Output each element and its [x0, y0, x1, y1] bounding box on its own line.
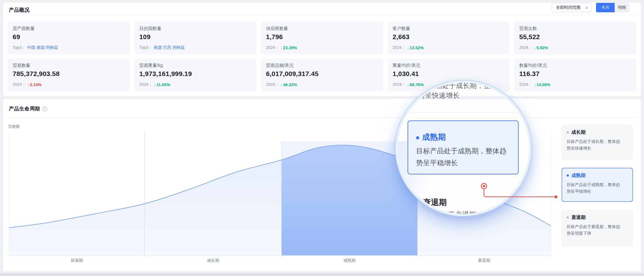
stage-card-maturity[interactable]: 成熟期 目标产品处于成熟期，整体趋势呈平稳增长	[562, 168, 633, 202]
stat-card-customers: 客户数量 2,663 2024： ↓13.52%	[388, 22, 510, 54]
trend-down-icon: ↓	[280, 82, 283, 87]
chevron-down-icon: ∨	[585, 6, 588, 10]
stat-value: 55,522	[519, 33, 631, 41]
top3-link[interactable]: 美国	[153, 45, 162, 50]
trend-down-icon: ↓	[407, 82, 409, 87]
detail-view-button[interactable]: 明细	[615, 3, 629, 12]
stat-label: 重量均价/美元	[393, 63, 505, 68]
stat-card-grid: 原产国数量 69 Top3： 中国 美国 阿根廷 目的国数量 109 Top3：…	[8, 22, 636, 91]
stat-card-dest-countries: 目的国数量 109 Top3： 美国 巴西 阿根廷	[134, 22, 256, 54]
stat-card-trade-amount: 贸易总额/美元 6,017,009,317.45 2024： ↓46.22%	[261, 59, 383, 91]
stat-meta: Top3： 美国 巴西 阿根廷	[139, 45, 185, 50]
magnified-panel-gap	[398, 96, 529, 99]
trend-down-icon: ↓	[534, 82, 536, 87]
stage-name: 成长期	[571, 129, 586, 135]
x-axis-label: 成熟期	[343, 258, 356, 263]
stat-value: 1,796	[266, 33, 378, 41]
trend-value: ↓68.76%	[407, 82, 424, 87]
trend-up-icon: ↑	[27, 82, 29, 87]
stat-meta: 2024： ↓11.05%	[139, 82, 170, 87]
stat-card-suppliers: 供应商数量 1,796 2024： ↓23.29%	[261, 22, 383, 54]
stage-description: 目标产品处于成长期，整体趋势呈快速增长	[567, 138, 623, 151]
stage-card-growth[interactable]: 成长期 目标产品处于成长期，整体趋势呈快速增长	[562, 125, 633, 160]
top3-link[interactable]: 巴西	[163, 45, 171, 50]
stat-value: 116.37	[519, 70, 631, 78]
stat-value: 2,663	[393, 33, 505, 41]
stage-dot-icon	[567, 174, 569, 177]
stat-label: 原产国数量	[13, 26, 125, 32]
stat-value: 1,030.41	[393, 70, 505, 78]
stat-value: 785,372,903.58	[13, 70, 125, 78]
stat-meta: 2024： ↓13.52%	[393, 45, 424, 50]
trend-percent: 13.52%	[410, 45, 424, 50]
trend-down-icon: ↓	[534, 45, 536, 50]
top3-link[interactable]: 中国	[27, 45, 35, 50]
trend-percent: 68.76%	[410, 82, 424, 87]
top3-link[interactable]: 阿根廷	[172, 45, 185, 50]
meta-label: 2024：	[519, 82, 533, 87]
trend-down-icon: ↓	[154, 82, 156, 87]
meta-label: 2024：	[266, 45, 279, 50]
stat-value: 6,017,009,317.45	[266, 70, 378, 78]
stage-name: 成熟期	[571, 173, 586, 179]
product-lifecycle-panel: 产品生命周期! 贸易额 探索期 成长期 成熟期 衰退期	[3, 99, 641, 271]
stat-meta: 2024： ↓23.29%	[266, 45, 297, 50]
magnified-divider	[398, 112, 529, 113]
stage-dot-icon	[416, 136, 419, 139]
stat-card-quantity-avg-price: 数量均价/美元 116.37 2024： ↓14.08%	[514, 59, 636, 91]
trend-value: ↓46.22%	[280, 82, 297, 87]
stage-description: 目标产品处于成熟期，整体趋势呈平稳增长	[567, 181, 623, 195]
x-axis-label: 成长期	[207, 258, 219, 263]
stat-value: 1,973,161,999.19	[139, 70, 251, 78]
trend-percent: 23.29%	[283, 45, 297, 50]
meta-label: 2024：	[266, 82, 279, 87]
stage-head: 成熟期	[567, 173, 628, 179]
trend-value: ↓13.52%	[407, 45, 424, 50]
stage-description: 目标产品处于衰退期，整体趋势呈明显下降	[567, 223, 623, 237]
top3-link[interactable]: 美国	[36, 45, 45, 50]
trend-value: ↓23.29%	[280, 45, 297, 50]
meta-label: 2024：	[519, 45, 533, 50]
stat-meta: 2024： ↓68.76%	[393, 82, 424, 87]
stat-card-trade-weight: 贸易重量/kg 1,973,161,999.19 2024： ↓11.05%	[134, 59, 256, 91]
stat-label: 贸易次数	[519, 26, 631, 32]
trend-down-icon: ↓	[280, 45, 283, 50]
page-title: 产品概况	[9, 7, 30, 14]
lifecycle-chart	[3, 99, 641, 271]
top3-link[interactable]: 阿根廷	[46, 45, 58, 50]
stat-card-trade-quantity: 贸易数量 785,372,903.58 2024： ↑2.14%	[8, 59, 130, 91]
stage-dot-icon	[567, 131, 569, 133]
magnified-stage-desc: 势呈平稳增长	[416, 158, 458, 168]
stat-value: 69	[13, 33, 125, 41]
stage-name: 衰退期	[571, 214, 586, 220]
stat-card-trade-count: 贸易次数 55,522 2024： ↓5.92%	[514, 22, 636, 54]
meta-label: 2024：	[13, 82, 26, 87]
card-view-button[interactable]: 卡片	[596, 3, 615, 12]
stat-label: 贸易数量	[13, 63, 125, 68]
stat-label: 供应商数量	[266, 26, 378, 32]
stat-meta: 2024： ↓46.22%	[266, 82, 297, 87]
stat-label: 贸易总额/美元	[266, 63, 378, 68]
stat-label: 贸易重量/kg	[139, 63, 251, 68]
bottom-strip	[0, 273, 644, 276]
stage-dot-icon	[567, 216, 569, 219]
meta-label: 2024：	[393, 45, 406, 50]
header-divider	[8, 15, 636, 15]
stat-value: 109	[139, 33, 251, 41]
stage-head: 成长期	[567, 129, 628, 135]
stage-card-decline[interactable]: 衰退期 目标产品处于衰退期，整体趋势呈明显下降	[562, 210, 633, 247]
trend-down-icon: ↓	[407, 45, 409, 50]
magnified-stage-name: 成熟期	[422, 132, 446, 142]
meta-label: 2024：	[393, 82, 406, 87]
product-overview-panel: 产品概况 全部时间范围 ∨ 卡片 明细 原产国数量 69 Top3： 中国 美国…	[3, 3, 641, 96]
meta-label: 2024：	[139, 82, 152, 87]
trend-value: ↓14.08%	[534, 82, 551, 87]
trend-percent: 11.05%	[157, 82, 170, 87]
trend-value: ↑2.14%	[27, 82, 41, 87]
magnifier-overlay: 目标产品处于成长期，整 势呈快速增长 成熟期 目标产品处于成熟期，整体趋 势呈平…	[396, 80, 531, 216]
trend-percent: 5.92%	[536, 45, 548, 50]
stat-label: 数量均价/美元	[519, 63, 631, 68]
stat-card-origin-countries: 原产国数量 69 Top3： 中国 美国 阿根廷	[8, 22, 130, 54]
magnified-stage-desc: 目标产品处于成熟期，整体趋	[416, 146, 506, 156]
time-range-select[interactable]: 全部时间范围 ∨	[552, 3, 591, 12]
